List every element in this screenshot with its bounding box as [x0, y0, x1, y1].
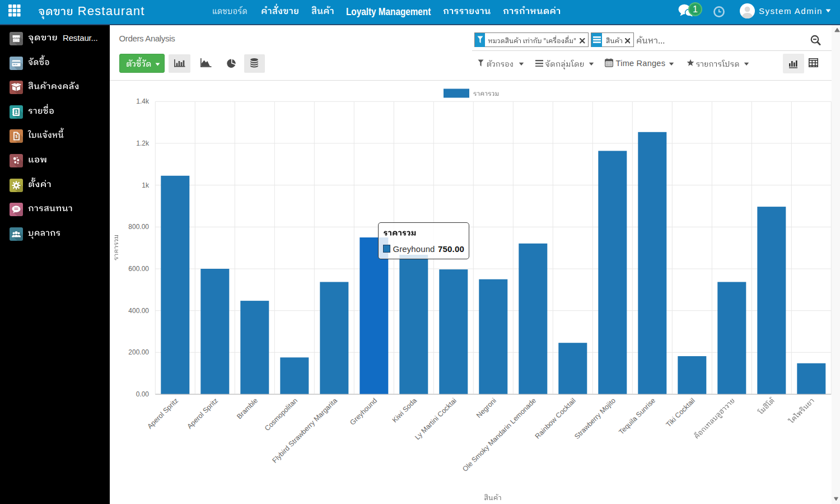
svg-text:200.00: 200.00 [128, 348, 149, 356]
svg-text:Flybird Strawberry Margarita: Flybird Strawberry Margarita [271, 396, 339, 464]
svg-text:Greyhound: Greyhound [348, 396, 379, 427]
svg-text:600.00: 600.00 [128, 265, 149, 273]
svg-text:Negroni: Negroni [475, 396, 498, 419]
svg-text:Cosmopolitan: Cosmopolitan [263, 396, 299, 432]
svg-text:800.00: 800.00 [128, 223, 149, 231]
svg-text:Tequila Sunrise: Tequila Sunrise [618, 396, 657, 436]
svg-text:Aperol Spritz: Aperol Spritz [185, 396, 220, 431]
svg-text:1.4k: 1.4k [136, 97, 150, 105]
svg-text:1.2k: 1.2k [136, 139, 150, 147]
svg-text:Strawberry Mojito: Strawberry Mojito [573, 396, 617, 441]
svg-text:Tiki Cocktail: Tiki Cocktail [665, 396, 697, 428]
svg-text:Bramble: Bramble [235, 396, 259, 421]
svg-text:Aperol Spritz: Aperol Spritz [146, 396, 180, 431]
svg-text:1k: 1k [142, 181, 150, 189]
svg-text:Ly Martini Cocktai: Ly Martini Cocktai [413, 396, 458, 441]
svg-text:Rainbow Cocktail: Rainbow Cocktail [534, 396, 577, 440]
svg-text:Kiwi Soda: Kiwi Soda [391, 396, 418, 424]
svg-text:0.00: 0.00 [136, 390, 150, 398]
svg-text:400.00: 400.00 [128, 307, 149, 315]
svg-text:Ole Smoky Mandarin Lemonade: Ole Smoky Mandarin Lemonade [461, 396, 538, 473]
